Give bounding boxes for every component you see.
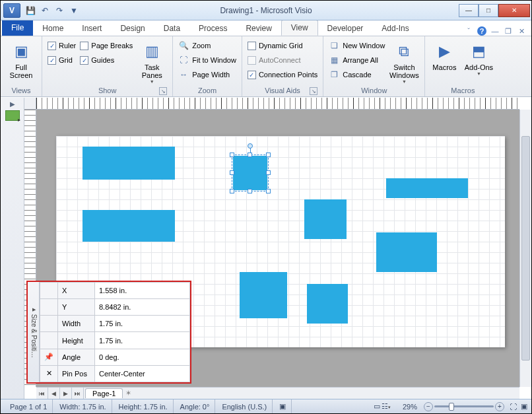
checkbox-dynamic-grid[interactable]: Dynamic Grid (248, 38, 317, 53)
tab-data[interactable]: Data (154, 21, 189, 36)
group-label-window: Window (329, 85, 419, 96)
tab-file[interactable]: File (2, 20, 33, 36)
status-language[interactable]: English (U.S.) (216, 399, 273, 413)
status-page[interactable]: Page 1 of 1 (5, 399, 53, 413)
cascade-button[interactable]: ❐Cascade (329, 67, 385, 82)
presentation-mode-icon[interactable]: ▭ (374, 402, 380, 411)
size-position-tab[interactable]: ▶ Size & Positi… (28, 282, 40, 382)
macros-button[interactable]: ▶ Macros (430, 38, 458, 71)
window-title: Drawing1 - Microsoft Visio (220, 6, 312, 15)
sp-row-height[interactable]: Height1.75 in. (40, 332, 190, 349)
page-width-button[interactable]: ↔Page Width (178, 67, 236, 82)
task-panes-button[interactable]: ▥ Task Panes ▼ (137, 38, 167, 84)
full-screen-status-icon[interactable]: ▣ (521, 402, 527, 411)
page-first-icon[interactable]: ⏮ (36, 388, 48, 399)
sp-row-angle[interactable]: 📌Angle0 deg. (40, 349, 190, 365)
new-window-button[interactable]: ❏New Window (329, 38, 385, 53)
shape-rect[interactable] (83, 147, 175, 180)
page-prev-icon[interactable]: ◀ (48, 388, 60, 399)
arrange-all-button[interactable]: ▦Arrange All (329, 53, 385, 67)
page-tab[interactable]: Page-1 (85, 388, 123, 398)
title-bar: V 💾 ↶ ↷ ▼ Drawing1 - Microsoft Visio — □… (1, 1, 531, 20)
insert-page-icon[interactable]: ✶ (125, 389, 131, 397)
help-icon[interactable]: ? (477, 26, 486, 36)
tab-view[interactable]: View (281, 20, 318, 36)
scroll-thumb[interactable] (521, 136, 530, 361)
tab-insert[interactable]: Insert (73, 21, 111, 36)
maximize-button[interactable]: □ (479, 4, 498, 17)
zoom-in-button[interactable]: + (495, 402, 504, 411)
resize-handle[interactable] (248, 189, 252, 193)
shapes-pane-collapsed[interactable]: ▶ (1, 98, 24, 399)
mdi-minimize-icon[interactable]: — (490, 26, 500, 36)
undo-icon[interactable]: ↶ (39, 5, 51, 17)
shapes-icon[interactable] (5, 110, 20, 121)
checkbox-connection-points[interactable]: ✓Connection Points (248, 67, 317, 82)
task-panes-icon: ▥ (141, 41, 162, 62)
resize-handle[interactable] (248, 153, 252, 157)
visual-aids-launcher-icon[interactable]: ↘ (310, 87, 317, 95)
shape-rect[interactable] (304, 199, 347, 239)
group-label-views: Views (6, 85, 36, 96)
shape-rect[interactable] (240, 272, 287, 318)
save-icon[interactable]: 💾 (24, 5, 36, 17)
new-window-icon: ❏ (329, 40, 339, 51)
macros-icon: ▶ (434, 41, 455, 62)
sp-row-y[interactable]: Y8.8482 in. (40, 299, 190, 316)
checkbox-page-breaks[interactable]: Page Breaks (80, 38, 133, 53)
checkbox-grid[interactable]: ✓Grid (48, 53, 76, 67)
sp-row-width[interactable]: Width1.75 in. (40, 316, 190, 332)
zoom-slider[interactable] (434, 405, 494, 407)
sp-row-x[interactable]: X1.558 in. (40, 283, 190, 299)
zoom-level[interactable]: 29% (397, 399, 422, 413)
ruler-horizontal[interactable] (36, 98, 519, 110)
scrollbar-vertical[interactable] (519, 110, 531, 387)
tab-review[interactable]: Review (236, 21, 281, 36)
mdi-restore-icon[interactable]: ❐ (504, 26, 513, 36)
minimize-ribbon-icon[interactable]: ˇ (464, 26, 473, 36)
ribbon: ▣ Full Screen Views ✓Ruler ✓Grid Page Br… (1, 36, 531, 97)
redo-icon[interactable]: ↷ (53, 5, 65, 17)
resize-handle[interactable] (266, 153, 271, 157)
fit-to-window-button[interactable]: ⛶Fit to Window (178, 53, 236, 67)
qat-dropdown-icon[interactable]: ▼ (68, 5, 80, 17)
app-icon[interactable]: V (3, 3, 20, 18)
group-label-macros: Macros (430, 85, 495, 96)
mdi-close-icon[interactable]: ✕ (517, 26, 526, 36)
fit-page-icon[interactable]: ⛶ (510, 403, 517, 411)
resize-handle[interactable] (266, 170, 271, 175)
page-last-icon[interactable]: ⏭ (72, 388, 84, 399)
macro-record-icon[interactable]: ▣ (274, 399, 292, 413)
tab-home[interactable]: Home (33, 21, 73, 36)
page-next-icon[interactable]: ▶ (60, 388, 72, 399)
size-position-panel[interactable]: ▶ Size & Positi… X1.558 in. Y8.8482 in. … (26, 281, 191, 384)
zoom-button[interactable]: 🔍Zoom (178, 38, 236, 53)
zoom-out-button[interactable]: − (424, 402, 433, 411)
shape-rect[interactable] (386, 178, 468, 198)
tab-developer[interactable]: Developer (318, 21, 373, 36)
tab-process[interactable]: Process (189, 21, 236, 36)
zoom-thumb[interactable] (449, 403, 454, 411)
rotation-handle[interactable] (248, 143, 253, 149)
resize-handle[interactable] (230, 153, 234, 157)
sp-row-pinpos[interactable]: ✕Pin PosCenter-Center (40, 365, 190, 382)
tab-design[interactable]: Design (111, 21, 154, 36)
shape-rect[interactable] (307, 284, 348, 324)
switch-windows-button[interactable]: ⧉ Switch Windows ▼ (389, 38, 419, 84)
full-screen-button[interactable]: ▣ Full Screen (6, 38, 36, 79)
resize-handle[interactable] (230, 170, 234, 175)
resize-handle[interactable] (230, 189, 234, 193)
checkbox-guides[interactable]: ✓Guides (80, 53, 133, 67)
scrollbar-horizontal[interactable]: ⏮ ◀ ▶ ⏭ Page-1 ✶ (36, 387, 519, 399)
checkbox-ruler[interactable]: ✓Ruler (48, 38, 76, 53)
close-button[interactable]: ✕ (498, 4, 530, 17)
addons-button[interactable]: ⬒ Add-Ons ▼ (462, 38, 495, 76)
expand-shapes-icon[interactable]: ▶ (10, 100, 15, 108)
shape-rect[interactable] (83, 210, 175, 242)
show-launcher-icon[interactable]: ↘ (159, 87, 167, 95)
tab-addins[interactable]: Add-Ins (372, 21, 418, 36)
shape-rect[interactable] (376, 232, 437, 272)
page-break-icon[interactable]: ☷▾ (382, 402, 391, 411)
minimize-button[interactable]: — (459, 4, 479, 17)
resize-handle[interactable] (266, 189, 271, 193)
